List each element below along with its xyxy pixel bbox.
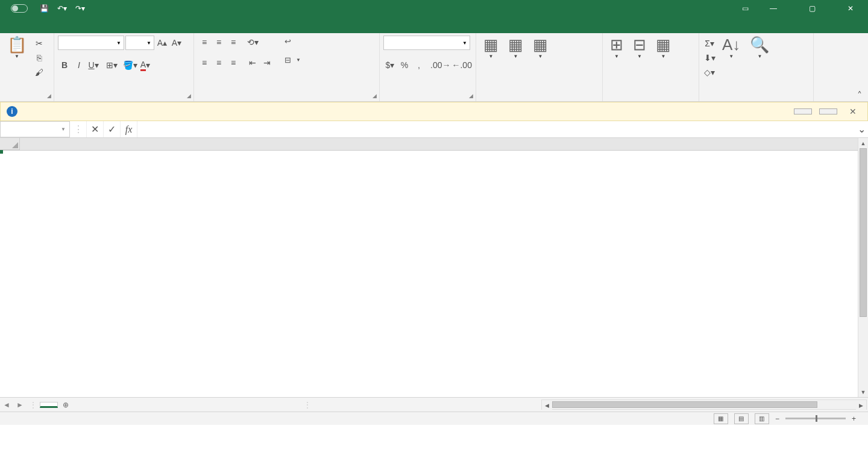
wrap-icon: ↩ bbox=[285, 37, 291, 46]
align-top-icon[interactable]: ≡ bbox=[198, 36, 211, 49]
expand-formula-bar-icon[interactable]: ⌄ bbox=[855, 121, 868, 137]
decrease-indent-icon[interactable]: ⇤ bbox=[246, 56, 259, 69]
delete-cells-button[interactable]: ⊟▼ bbox=[629, 36, 650, 61]
autosave-toggle[interactable] bbox=[7, 4, 28, 13]
merge-icon: ⊟ bbox=[285, 55, 291, 64]
sheet-tab-bar: ◄ ► ⋮ ⊕ ⋮ ◀ ▶ bbox=[0, 397, 868, 412]
increase-font-icon[interactable]: A▴ bbox=[156, 36, 169, 49]
percent-icon[interactable]: % bbox=[398, 58, 411, 72]
decrease-decimal-icon[interactable]: ←.00 bbox=[451, 58, 471, 72]
close-button[interactable]: ✕ bbox=[837, 0, 864, 17]
format-cells-button[interactable]: ▦▼ bbox=[652, 36, 675, 61]
page-break-view-icon[interactable]: ▥ bbox=[755, 413, 769, 424]
borders-icon[interactable]: ⊞▾ bbox=[105, 58, 118, 72]
format-as-table-button[interactable]: ▦▼ bbox=[505, 36, 527, 61]
group-label-styles bbox=[480, 98, 599, 101]
increase-decimal-icon[interactable]: .00→ bbox=[430, 58, 450, 72]
conditional-formatting-button[interactable]: ▦▼ bbox=[480, 36, 502, 61]
collapse-ribbon-icon[interactable]: ˄ bbox=[851, 33, 868, 101]
copy-icon[interactable]: ⎘ bbox=[33, 51, 46, 64]
autosum-icon[interactable]: Σ▾ bbox=[703, 37, 716, 50]
dialog-launcher-icon[interactable]: ◢ bbox=[373, 93, 377, 99]
maximize-button[interactable]: ▢ bbox=[798, 0, 826, 17]
ribbon-panel: 📋 ▼ ✂ ⎘ 🖌 ◢ ▼ ▼ A▴ A▾ B I U▾ bbox=[0, 33, 868, 102]
name-box[interactable]: ▼ bbox=[0, 121, 70, 137]
font-size-selector[interactable]: ▼ bbox=[125, 36, 154, 50]
group-label-clipboard bbox=[4, 98, 50, 101]
save-icon[interactable]: 💾 bbox=[40, 4, 49, 13]
status-bar: ▦ ▤ ▥ − + bbox=[0, 412, 868, 425]
scroll-down-icon[interactable]: ▼ bbox=[858, 387, 868, 397]
italic-button[interactable]: I bbox=[72, 58, 86, 72]
comma-icon[interactable]: , bbox=[412, 58, 426, 72]
select-all-corner[interactable] bbox=[0, 138, 20, 150]
decrease-font-icon[interactable]: A▾ bbox=[170, 36, 183, 49]
horizontal-scrollbar[interactable]: ◀ ▶ bbox=[541, 399, 867, 410]
increase-indent-icon[interactable]: ⇥ bbox=[260, 56, 274, 69]
font-name-selector[interactable]: ▼ bbox=[58, 36, 124, 50]
align-center-icon[interactable]: ≡ bbox=[212, 56, 225, 69]
ribbon-display-icon[interactable]: ▭ bbox=[742, 4, 749, 13]
underline-button[interactable]: U▾ bbox=[87, 58, 100, 72]
align-bottom-icon[interactable]: ≡ bbox=[227, 36, 240, 49]
group-label-number bbox=[383, 98, 472, 101]
dialog-launcher-icon[interactable]: ◢ bbox=[469, 93, 473, 99]
cancel-formula-icon[interactable]: ✕ bbox=[87, 121, 104, 137]
scroll-right-icon[interactable]: ▶ bbox=[856, 400, 866, 410]
spreadsheet-grid: ▲ ▼ bbox=[0, 138, 868, 397]
table-icon: ▦ bbox=[508, 37, 523, 52]
scroll-thumb[interactable] bbox=[552, 401, 817, 408]
format-painter-icon[interactable]: 🖌 bbox=[33, 66, 46, 79]
cell-styles-icon: ▦ bbox=[533, 37, 548, 52]
zoom-slider[interactable] bbox=[785, 418, 846, 419]
align-middle-icon[interactable]: ≡ bbox=[212, 36, 225, 49]
fill-icon[interactable]: ⬇▾ bbox=[703, 51, 716, 64]
sheet-tab[interactable] bbox=[40, 402, 58, 408]
group-label-cells bbox=[606, 98, 695, 101]
sheet-nav-next-icon[interactable]: ► bbox=[13, 401, 27, 409]
page-layout-view-icon[interactable]: ▤ bbox=[734, 413, 749, 424]
orientation-icon[interactable]: ⟲▾ bbox=[246, 36, 259, 49]
sort-filter-button[interactable]: A↓▼ bbox=[719, 36, 744, 61]
align-right-icon[interactable]: ≡ bbox=[227, 56, 240, 69]
dialog-launcher-icon[interactable]: ◢ bbox=[47, 93, 51, 99]
minimize-button[interactable]: — bbox=[760, 0, 787, 17]
save-as-button[interactable] bbox=[819, 108, 837, 114]
scroll-thumb[interactable] bbox=[860, 148, 867, 317]
cut-icon[interactable]: ✂ bbox=[33, 37, 46, 50]
scroll-left-icon[interactable]: ◀ bbox=[542, 400, 552, 410]
group-label-editing bbox=[703, 98, 810, 101]
enter-formula-icon[interactable]: ✓ bbox=[104, 121, 121, 137]
formula-input[interactable] bbox=[137, 121, 855, 137]
insert-cells-button[interactable]: ⊞▼ bbox=[606, 36, 627, 61]
close-warning-icon[interactable]: ✕ bbox=[844, 107, 861, 116]
insert-icon: ⊞ bbox=[610, 37, 623, 52]
undo-icon[interactable]: ↶▾ bbox=[57, 4, 67, 13]
clear-icon[interactable]: ◇▾ bbox=[703, 66, 716, 79]
formula-bar: ▼ ⋮ ✕ ✓ fx ⌄ bbox=[0, 121, 868, 138]
dialog-launcher-icon[interactable]: ◢ bbox=[187, 93, 191, 99]
insert-function-icon[interactable]: fx bbox=[121, 121, 137, 137]
fill-color-icon[interactable]: 🪣▾ bbox=[123, 58, 137, 72]
find-select-button[interactable]: 🔍▼ bbox=[746, 36, 773, 61]
add-sheet-icon[interactable]: ⊕ bbox=[58, 399, 74, 411]
zoom-out-icon[interactable]: − bbox=[775, 415, 779, 423]
merge-center-button[interactable]: ⊟▼ bbox=[282, 54, 303, 66]
paste-button[interactable]: 📋 ▼ bbox=[4, 36, 30, 61]
align-left-icon[interactable]: ≡ bbox=[198, 56, 211, 69]
wrap-text-button[interactable]: ↩ bbox=[282, 36, 303, 47]
cell-styles-button[interactable]: ▦▼ bbox=[529, 36, 552, 61]
redo-icon[interactable]: ↷▾ bbox=[75, 4, 85, 13]
sheet-nav-prev-icon[interactable]: ◄ bbox=[0, 401, 13, 409]
zoom-in-icon[interactable]: + bbox=[852, 415, 856, 423]
bold-button[interactable]: B bbox=[58, 58, 71, 72]
normal-view-icon[interactable]: ▦ bbox=[714, 413, 728, 424]
dont-show-again-button[interactable] bbox=[794, 108, 812, 114]
font-color-icon[interactable]: A▾ bbox=[139, 58, 152, 72]
scroll-up-icon[interactable]: ▲ bbox=[858, 138, 868, 148]
accounting-icon[interactable]: $▾ bbox=[383, 58, 397, 72]
vertical-scrollbar[interactable]: ▲ ▼ bbox=[858, 138, 868, 397]
format-icon: ▦ bbox=[656, 37, 671, 52]
number-format-selector[interactable]: ▼ bbox=[383, 36, 470, 50]
clipboard-icon: 📋 bbox=[7, 37, 27, 52]
